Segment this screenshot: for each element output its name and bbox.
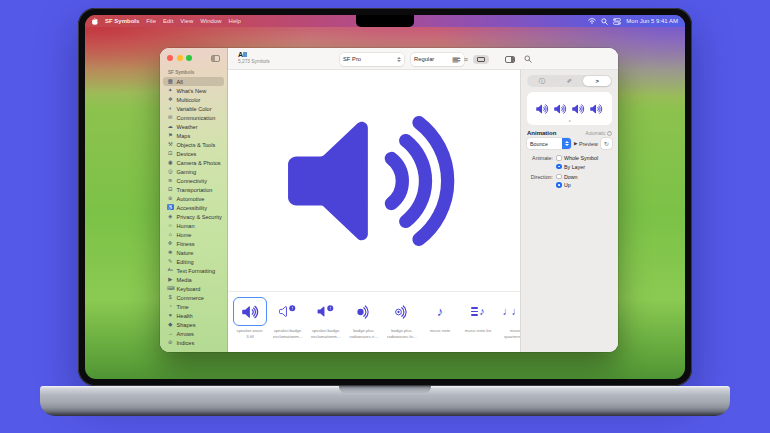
sidebar-item-keyboard[interactable]: ⌨Keyboard (163, 284, 224, 293)
sidebar-item-maps[interactable]: ⚑Maps (163, 131, 224, 140)
sidebar-item-home[interactable]: ⌂Home (163, 230, 224, 239)
thumbnail-label: speaker.badge.exclamationm… (273, 328, 303, 339)
thumbnail-music-note-list[interactable]: ♪music.note.list (461, 297, 495, 352)
menu-file[interactable]: File (146, 18, 156, 24)
badge-plus-radiowaves-dot-icon (385, 297, 419, 326)
list-view-icon[interactable]: ≡ (464, 56, 468, 63)
sidebar-item-weather[interactable]: ☁Weather (163, 122, 224, 131)
gallery-view-icon[interactable] (473, 55, 489, 64)
sidebar-item-label: Accessibility (177, 205, 207, 211)
sidebar-item-nature[interactable]: ❀Nature (163, 248, 224, 257)
maps-icon: ⚑ (167, 133, 174, 138)
sparkle-icon: ✦ (167, 88, 174, 93)
direction-options-group: Direction: DownUp (523, 174, 612, 189)
music-note-icon: ♪ (423, 297, 457, 326)
direction-label: Direction: (523, 174, 553, 180)
thumbnail-music-quarternote[interactable]: ♩♩♩music.quarternot… (499, 297, 520, 352)
sidebar-item-all[interactable]: ▦All (163, 77, 224, 86)
sidebar-item-objects-tools[interactable]: ⚒Objects & Tools (163, 140, 224, 149)
menu-help[interactable]: Help (229, 18, 241, 24)
menu-edit[interactable]: Edit (163, 18, 173, 24)
sidebar-item-communication[interactable]: ✉Communication (163, 113, 224, 122)
sidebar-item-variable-color[interactable]: ◐Variable Color (163, 104, 224, 113)
macbook-base (40, 386, 730, 416)
thumbnail-speaker-badge-exclamation-fill[interactable]: speaker.badge.exclamationm… (309, 297, 343, 352)
close-button[interactable] (167, 55, 173, 61)
thumbnail-badge-plus-radiowaves-fill[interactable]: badge.plus.radiowaves.ri… (347, 297, 381, 352)
menu-window[interactable]: Window (200, 18, 221, 24)
tools-icon: ⚒ (167, 142, 174, 147)
wifi-icon[interactable] (588, 18, 596, 24)
sidebar-item-text-formatting[interactable]: AaText Formatting (163, 266, 224, 275)
preview-symbol-icon (572, 103, 585, 115)
repeat-button[interactable]: ↻ (601, 138, 612, 149)
font-popup[interactable]: SF Pro (340, 53, 404, 66)
sidebar-item-transportation[interactable]: ⊟Transportation (163, 185, 224, 194)
info-icon[interactable]: ? (607, 131, 612, 136)
thumbnail-label: speaker.badge.exclamationm… (311, 328, 341, 339)
animation-tab[interactable]: > (583, 76, 611, 86)
sidebar-item-devices[interactable]: ⊡Devices (163, 149, 224, 158)
menu-clock[interactable]: Mon Jun 5 9:41 AM (626, 18, 678, 24)
thumbnail-speaker-wave-3-fill[interactable]: speaker.wave.3.fill (233, 297, 267, 352)
direction-option-up[interactable]: Up (556, 182, 612, 188)
automotive-icon: ⊛ (167, 196, 174, 201)
thumbnail-music-note[interactable]: ♪music.note (423, 297, 457, 352)
sidebar-item-gaming[interactable]: ◎Gaming (163, 167, 224, 176)
direction-option-down[interactable]: Down (556, 174, 612, 180)
weather-icon: ☁ (167, 124, 174, 129)
grid-view-icon[interactable]: ▦ (452, 56, 459, 63)
automatic-label[interactable]: Automatic ? (585, 131, 612, 136)
sidebar-item-media[interactable]: ▶Media (163, 275, 224, 284)
sidebar-item-connectivity[interactable]: ≋Connectivity (163, 176, 224, 185)
rendering-tab[interactable]: ✐ (556, 76, 584, 86)
inspector-toggle-icon[interactable] (502, 52, 517, 66)
thumbnail-speaker-badge-exclamation-outline[interactable]: speaker.badge.exclamationm… (271, 297, 305, 352)
sidebar-item-what-s-new[interactable]: ✦What's New (163, 86, 224, 95)
zoom-button[interactable] (186, 55, 192, 61)
sidebar: SF Symbols ▦All✦What's New❖Multicolor◐Va… (160, 48, 228, 352)
health-icon: ♥ (167, 313, 174, 318)
sidebar-item-label: Shapes (177, 322, 196, 328)
symbol-count: 5,273 Symbols (238, 59, 270, 64)
control-center-icon[interactable] (613, 18, 621, 25)
preview-button[interactable]: ▶ Preview (574, 141, 598, 147)
window-controls (167, 55, 192, 61)
sidebar-item-label: Arrows (177, 331, 194, 337)
animate-option-by-layer[interactable]: By Layer (556, 164, 612, 170)
shapes-icon: ◆ (167, 322, 174, 327)
effect-popup[interactable]: Bounce (527, 138, 571, 149)
sidebar-item-automotive[interactable]: ⊛Automotive (163, 194, 224, 203)
sidebar-item-arrows[interactable]: →Arrows (163, 329, 224, 338)
sidebar-toggle-icon[interactable] (211, 55, 220, 62)
animate-label: Animate: (523, 155, 553, 161)
view-mode-segmented-control: ▦ ≡ (452, 52, 489, 66)
apple-logo-icon[interactable] (92, 18, 98, 25)
menu-view[interactable]: View (180, 18, 193, 24)
sidebar-item-label: Text Formatting (177, 268, 216, 274)
sidebar-item-camera-photos[interactable]: ◉Camera & Photos (163, 158, 224, 167)
sidebar-item-label: All (177, 79, 183, 85)
sidebar-item-human[interactable]: ☺Human (163, 221, 224, 230)
sidebar-item-health[interactable]: ♥Health (163, 311, 224, 320)
search-icon[interactable] (520, 52, 535, 66)
effect-popup-value: Bounce (527, 141, 562, 147)
animate-option-whole-symbol[interactable]: Whole Symbol (556, 155, 612, 161)
sidebar-item-editing[interactable]: ✎Editing (163, 257, 224, 266)
minimize-button[interactable] (177, 55, 183, 61)
sidebar-item-indices[interactable]: ⊘Indices (163, 338, 224, 347)
sidebar-item-fitness[interactable]: ✜Fitness (163, 239, 224, 248)
search-icon[interactable] (601, 18, 608, 25)
sidebar-item-commerce[interactable]: $Commerce (163, 293, 224, 302)
sidebar-item-accessibility[interactable]: ♿Accessibility (163, 203, 224, 212)
arrows-icon: → (167, 331, 174, 336)
menu-app-name[interactable]: SF Symbols (105, 18, 139, 24)
info-tab[interactable]: ⓘ (528, 76, 556, 86)
sidebar-item-time[interactable]: ◔Time (163, 302, 224, 311)
thumbnail-badge-plus-radiowaves-dot[interactable]: badge.plus.radiowaves.fo… (385, 297, 419, 352)
sidebar-item-multicolor[interactable]: ❖Multicolor (163, 95, 224, 104)
sidebar-item-privacy-security[interactable]: ◈Privacy & Security (163, 212, 224, 221)
preview-button-label: Preview (579, 141, 598, 147)
sidebar-item-shapes[interactable]: ◆Shapes (163, 320, 224, 329)
preview-symbol-icon (554, 103, 567, 115)
